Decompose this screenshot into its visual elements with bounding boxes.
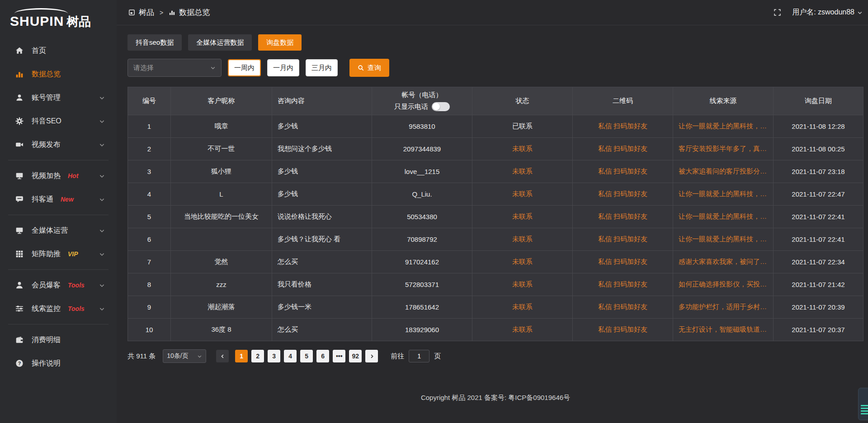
user-menu[interactable]: 用户名: zswodun88 <box>792 8 863 17</box>
cell-qrcode-link[interactable]: 私信 扫码加好友 <box>573 160 673 183</box>
sidebar-item-badge: Tools <box>68 282 85 289</box>
prev-page-button[interactable] <box>216 350 229 362</box>
chevron-down-icon <box>99 282 105 288</box>
cell-source-link[interactable]: 客厅安装投影半年多了，真实... <box>673 138 774 160</box>
sidebar-divider <box>8 324 108 324</box>
cell-qrcode-link[interactable]: 私信 扫码加好友 <box>573 251 673 273</box>
page-size-select[interactable]: 10条/页 <box>163 349 206 363</box>
sidebar-item[interactable]: 全媒体运营 <box>0 219 117 242</box>
cell-qrcode-link[interactable]: 私信 扫码加好友 <box>573 183 673 206</box>
bar-chart-icon <box>15 70 24 78</box>
cell-source-link[interactable]: 被大家追着问的客厅投影分享... <box>673 160 774 183</box>
table-row: 1036度 8怎么买183929060未联系私信 扫码加好友无主灯设计，智能磁吸… <box>128 319 863 341</box>
cell-source-link[interactable]: 感谢大家喜欢我家，被问了好... <box>673 251 774 273</box>
fullscreen-icon[interactable] <box>774 9 781 16</box>
header-nickname: 客户昵称 <box>171 87 272 115</box>
period-button-week[interactable]: 一周内 <box>228 59 261 76</box>
logo-latin-text: SHUPIN <box>10 14 64 29</box>
monitor-icon <box>15 172 24 180</box>
sidebar-item[interactable]: 会员爆客Tools <box>0 273 117 297</box>
cell-qrcode-link[interactable]: 私信 扫码加好友 <box>573 206 673 228</box>
phone-only-toggle[interactable] <box>432 102 450 111</box>
cell-qrcode-link[interactable]: 私信 扫码加好友 <box>573 296 673 319</box>
filter-row: 请选择 一周内 一月内 三月内 查询 <box>127 59 868 77</box>
chevron-down-icon <box>99 197 105 202</box>
sidebar-item[interactable]: 消费明细 <box>0 328 117 352</box>
tab-douyin-seo-data[interactable]: 抖音seo数据 <box>127 34 182 51</box>
goto-page-input[interactable] <box>409 350 429 362</box>
page-number-button[interactable]: 92 <box>349 350 362 362</box>
tab-inquiry-data[interactable]: 询盘数据 <box>258 34 302 51</box>
page-number-button[interactable]: 5 <box>300 350 313 362</box>
tab-omnimedia-data[interactable]: 全媒体运营数据 <box>188 34 252 51</box>
cell-source-link[interactable]: 让你一眼就爱上的黑科技，能... <box>673 206 774 228</box>
table-row: 2不可一世我想问这个多少钱2097344839未联系私信 扫码加好友客厅安装投影… <box>128 138 863 160</box>
cell-nickname: zzz <box>171 273 272 296</box>
table-row: 8zzz我只看价格572803371未联系私信 扫码加好友如何正确选择投影仪，买… <box>128 273 863 296</box>
widget-bar-decoration <box>861 413 868 414</box>
cell-account: 183929060 <box>372 319 472 341</box>
cell-date: 2021-11-07 22:41 <box>774 206 863 228</box>
table-row: 1哦章多少钱9583810已联系私信 扫码加好友让你一眼就爱上的黑科技，能...… <box>128 115 863 138</box>
cell-source-link[interactable]: 让你一眼就爱上的黑科技，能... <box>673 228 774 251</box>
chevron-right-icon <box>369 354 374 359</box>
username-label: 用户名: zswodun88 <box>792 8 854 17</box>
page-number-button[interactable]: 1 <box>235 350 248 362</box>
sidebar-item[interactable]: 首页 <box>0 39 117 62</box>
header-account: 帐号（电话） 只显示电话 <box>372 87 472 115</box>
account-select[interactable]: 请选择 <box>127 59 222 77</box>
sidebar-item[interactable]: 视频发布 <box>0 133 117 156</box>
cell-account: Q_Liu. <box>372 183 472 206</box>
cell-nickname: 不可一世 <box>171 138 272 160</box>
cell-no: 10 <box>128 319 171 341</box>
table-row: 4L多少钱Q_Liu.未联系私信 扫码加好友让你一眼就爱上的黑科技，能...20… <box>128 183 863 206</box>
cell-source-link[interactable]: 多功能护栏灯，适用于乡村文... <box>673 296 774 319</box>
sidebar-item-label: 操作说明 <box>32 359 61 368</box>
page-number-button[interactable]: 2 <box>251 350 264 362</box>
page-number-button[interactable]: 4 <box>284 350 297 362</box>
sidebar-item[interactable]: 抖客通New <box>0 188 117 211</box>
page-number-button[interactable]: 3 <box>268 350 280 362</box>
grid-icon <box>15 250 24 258</box>
cell-qrcode-link[interactable]: 私信 扫码加好友 <box>573 228 673 251</box>
chevron-down-icon <box>99 173 105 179</box>
cell-qrcode-link[interactable]: 私信 扫码加好友 <box>573 319 673 341</box>
chat-icon <box>15 195 24 203</box>
breadcrumb: 树品 > 数据总览 <box>128 7 210 18</box>
sidebar-item[interactable]: 矩阵助推VIP <box>0 242 117 266</box>
page-ellipsis-button[interactable]: ••• <box>333 350 345 362</box>
cell-source-link[interactable]: 无主灯设计，智能磁吸轨道灯... <box>673 319 774 341</box>
cell-source-link[interactable]: 让你一眼就爱上的黑科技，能... <box>673 115 774 138</box>
question-icon: ? <box>15 359 24 367</box>
sidebar-item[interactable]: ?操作说明 <box>0 352 117 375</box>
sidebar-item-label: 账号管理 <box>32 93 61 103</box>
sidebar-item[interactable]: 账号管理 <box>0 86 117 109</box>
cell-content: 我想问这个多少钱 <box>272 138 372 160</box>
goto-suffix-label: 页 <box>434 352 441 361</box>
sidebar-item[interactable]: 视频加热Hot <box>0 164 117 188</box>
sidebar-item-badge: VIP <box>68 250 78 258</box>
pagination: 共 911 条 10条/页 123456•••92 前往 页 <box>127 349 868 363</box>
cell-status: 未联系 <box>472 206 573 228</box>
sidebar-item[interactable]: 抖音SEO <box>0 109 117 133</box>
cell-qrcode-link[interactable]: 私信 扫码加好友 <box>573 115 673 138</box>
period-button-quarter[interactable]: 三月内 <box>306 59 338 76</box>
cell-qrcode-link[interactable]: 私信 扫码加好友 <box>573 138 673 160</box>
cell-content: 怎么买 <box>272 319 372 341</box>
sidebar-item[interactable]: 数据总览 <box>0 62 117 86</box>
chevron-down-icon <box>210 65 216 70</box>
chevron-down-icon <box>99 142 105 148</box>
sidebar-divider <box>8 160 108 160</box>
sidebar-item[interactable]: 线索监控Tools <box>0 297 117 320</box>
sidebar-divider <box>8 269 108 270</box>
breadcrumb-item-root[interactable]: 树品 <box>139 7 154 18</box>
cell-source-link[interactable]: 如何正确选择投影仪，买投影... <box>673 273 774 296</box>
next-page-button[interactable] <box>365 350 378 362</box>
cell-source-link[interactable]: 让你一眼就爱上的黑科技，能... <box>673 183 774 206</box>
search-button[interactable]: 查询 <box>349 59 389 77</box>
cell-qrcode-link[interactable]: 私信 扫码加好友 <box>573 273 673 296</box>
floating-helper-widget[interactable] <box>858 388 868 420</box>
period-button-month[interactable]: 一月内 <box>267 59 299 76</box>
chevron-down-icon <box>99 306 105 312</box>
page-number-button[interactable]: 6 <box>316 350 329 362</box>
